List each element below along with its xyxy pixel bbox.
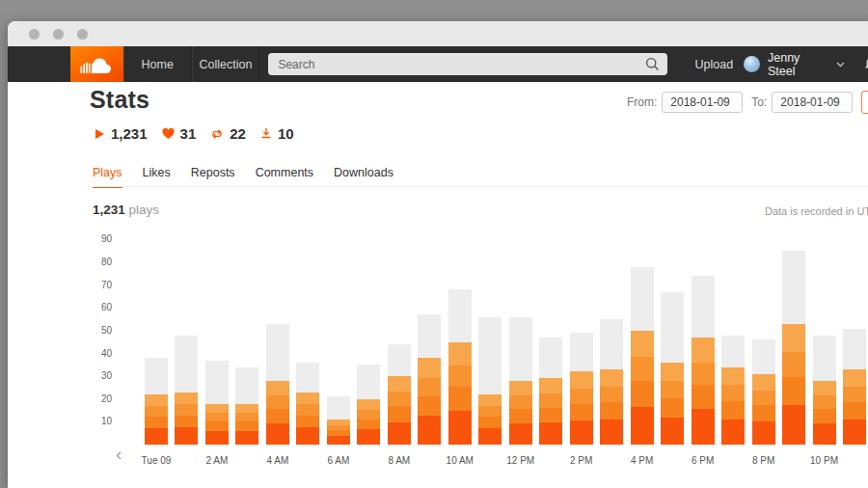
bar-segment-other: [235, 367, 258, 404]
bar-segment-track-2: [843, 402, 866, 420]
bar-segment-track-0: [782, 324, 805, 352]
bar-segment-track-1: [661, 381, 684, 398]
bar-segment-track-1: [175, 404, 198, 415]
tab-likes[interactable]: Likes: [143, 166, 171, 188]
chart-bar-hour-21[interactable]: [782, 251, 805, 445]
chart-bar-hour-12[interactable]: [509, 317, 532, 445]
bar-segment-track-3: [357, 429, 380, 445]
bar-segment-track-3: [843, 420, 866, 445]
chart-bar-hour-2[interactable]: [205, 361, 229, 445]
bar-segment-track-1: [388, 392, 411, 406]
stats-tabs: PlaysLikesRepostsCommentsDownloads: [93, 166, 393, 188]
chart-bar-hour-19[interactable]: [721, 336, 745, 445]
bar-segment-other: [478, 317, 502, 394]
engagement-item: 31: [162, 125, 197, 142]
soundcloud-logo[interactable]: [70, 46, 123, 82]
chart-bar-hour-11[interactable]: [478, 317, 502, 445]
bar-segment-track-3: [418, 416, 441, 445]
chart-bar-hour-15[interactable]: [600, 319, 623, 445]
x-axis-label: 12 PM: [506, 455, 534, 466]
from-date-input[interactable]: [662, 92, 743, 113]
chart-bar-hour-0[interactable]: [145, 358, 168, 445]
today-button[interactable]: Today: [861, 91, 868, 114]
bar-segment-track-1: [357, 410, 380, 420]
bar-segment-other: [509, 317, 532, 381]
bar-segment-track-0: [175, 393, 198, 405]
chart-bar-hour-8[interactable]: [388, 344, 411, 445]
chart-bar-hour-14[interactable]: [570, 333, 593, 445]
bar-segment-track-0: [266, 381, 289, 395]
tab-reposts[interactable]: Reposts: [191, 166, 235, 188]
bar-segment-track-2: [388, 406, 411, 421]
bar-segment-track-3: [478, 428, 502, 445]
bar-segment-track-3: [539, 422, 562, 445]
x-axis-label: 8 PM: [752, 455, 774, 466]
search-icon[interactable]: [645, 57, 660, 75]
bar-segment-track-0: [752, 374, 775, 391]
bar-segment-other: [570, 333, 593, 371]
upload-button[interactable]: Upload: [694, 58, 733, 71]
chart-bar-hour-9[interactable]: [418, 314, 441, 445]
x-axis-label: 2 AM: [206, 455, 229, 466]
avatar[interactable]: [744, 56, 760, 72]
chart-bar-hour-4[interactable]: [266, 324, 289, 445]
bar-segment-track-0: [539, 378, 562, 393]
bar-segment-track-1: [813, 395, 836, 409]
bar-segment-track-2: [539, 408, 562, 423]
engagement-item: 10: [260, 125, 294, 142]
username[interactable]: Jenny Steel: [768, 51, 830, 78]
chart-bar-hour-18[interactable]: [692, 276, 715, 445]
bar-segment-track-0: [721, 367, 745, 386]
stats-page: Stats From: To: Today 1,231312210 PlaysL…: [8, 82, 868, 488]
bar-segment-track-0: [296, 393, 319, 405]
nav-item-home[interactable]: Home: [123, 46, 192, 82]
bar-segment-track-2: [570, 404, 593, 420]
bar-segment-track-2: [235, 421, 258, 431]
search-input[interactable]: [268, 53, 667, 75]
window-dot[interactable]: [53, 29, 64, 40]
bar-segment-other: [296, 363, 319, 393]
bar-segment-track-0: [813, 381, 836, 395]
tab-downloads[interactable]: Downloads: [334, 166, 393, 188]
window-dot[interactable]: [77, 29, 88, 40]
chart-bar-hour-17[interactable]: [661, 292, 684, 445]
chart-bar-hour-5[interactable]: [296, 363, 319, 445]
bar-segment-track-1: [539, 393, 562, 407]
bar-segment-track-0: [661, 363, 684, 382]
chevron-down-icon[interactable]: [836, 62, 845, 68]
chart-bar-hour-16[interactable]: [631, 267, 654, 445]
bar-segment-track-0: [418, 358, 441, 378]
tab-plays[interactable]: Plays: [93, 166, 122, 188]
chart-bar-hour-3[interactable]: [235, 367, 258, 445]
chart-bar-hour-20[interactable]: [752, 339, 775, 445]
bar-segment-track-1: [145, 406, 168, 417]
bar-segment-other: [600, 319, 623, 369]
x-axis-label: Tue 09: [142, 455, 172, 466]
bar-segment-track-1: [721, 385, 745, 401]
bar-segment-other: [631, 267, 654, 331]
engagement-item: 22: [210, 125, 246, 142]
chart-bar-hour-10[interactable]: [448, 289, 472, 445]
bar-segment-track-2: [296, 416, 319, 428]
chart-bar-hour-1[interactable]: [175, 336, 198, 445]
bar-segment-track-0: [478, 394, 502, 406]
bar-segment-track-2: [721, 401, 745, 420]
chart-bar-hour-7[interactable]: [357, 365, 380, 445]
to-date-input[interactable]: [772, 92, 853, 113]
chart-bar-hour-22[interactable]: [813, 336, 836, 445]
chart-bar-hour-23[interactable]: [843, 329, 866, 445]
tab-comments[interactable]: Comments: [256, 166, 313, 188]
bar-segment-track-0: [631, 331, 654, 357]
nav-item-collection[interactable]: Collection: [192, 46, 260, 82]
chart-bar-hour-13[interactable]: [539, 338, 562, 445]
window-dot[interactable]: [29, 29, 40, 40]
date-range-controls: From: To: Today: [627, 91, 868, 114]
bar-segment-other: [448, 289, 472, 341]
bar-segment-track-1: [235, 413, 258, 421]
plays-summary: 1,231 plays: [93, 203, 159, 217]
chart-bar-hour-6[interactable]: [327, 396, 350, 445]
bar-segment-other: [327, 396, 350, 420]
notifications-bell-icon[interactable]: [863, 57, 868, 72]
bar-segment-other: [205, 361, 229, 404]
y-axis-label: 80: [100, 257, 112, 268]
